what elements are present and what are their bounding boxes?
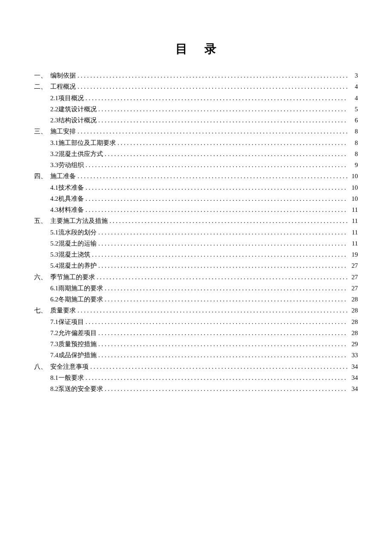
toc-entry-label: 成品保护措施	[58, 350, 97, 361]
toc-entry: 7.2 允许偏差项目28	[34, 327, 358, 338]
toc-entry-label: 质量预控措施	[58, 338, 97, 350]
toc-leader-dots	[86, 159, 348, 171]
toc-entry-label: 保证项目	[58, 316, 84, 327]
toc-entry: 7.3 质量预控措施29	[34, 338, 358, 350]
toc-entry-label: 季节施工的要求	[50, 272, 95, 283]
toc-entry-prefix: 8.2	[50, 383, 58, 394]
toc-entry-label: 工程概况	[50, 81, 76, 92]
toc-entry: 四、施工准备10	[34, 171, 358, 182]
toc-entry-page: 9	[349, 159, 358, 171]
toc-entry: 六、季节施工的要求27	[34, 272, 358, 283]
toc-entry-page: 11	[349, 215, 358, 226]
toc-entry-page: 27	[349, 260, 358, 271]
toc-entry: 5.3 混凝土浇筑19	[34, 249, 358, 260]
toc-leader-dots	[86, 193, 348, 204]
toc-entry-page: 10	[349, 171, 358, 182]
toc-entry: 5.1 流水段的划分11	[34, 227, 358, 238]
toc-entry: 2.3 结构设计概况6	[34, 115, 358, 126]
toc-entry-prefix: 7.4	[50, 350, 58, 361]
toc-entry-label: 安全注意事项	[50, 361, 89, 372]
toc-entry-label: 技术准备	[58, 182, 84, 193]
toc-entry-prefix: 2.2	[50, 104, 58, 115]
toc-entry: 7.4 成品保护措施33	[34, 350, 358, 361]
toc-entry: 8.2 泵送的安全要求34	[34, 383, 358, 394]
toc-entry-prefix: 3.2	[50, 148, 58, 159]
toc-entry-label: 施工准备	[50, 171, 76, 182]
page-title: 目录	[34, 38, 358, 59]
toc-entry-page: 19	[349, 249, 358, 260]
toc-entry-prefix: 2.3	[50, 115, 58, 126]
toc-entry-label: 施工部位及工期要求	[58, 137, 116, 148]
toc-leader-dots	[86, 92, 348, 104]
toc-entry-prefix: 五、	[34, 215, 50, 226]
toc-entry-prefix: 二、	[34, 81, 50, 92]
toc-entry-page: 4	[349, 92, 358, 104]
toc-entry: 8.1 一般要求34	[34, 372, 358, 383]
toc-entry-prefix: 3.1	[50, 137, 58, 148]
toc-entry-label: 劳动组织	[58, 159, 84, 171]
toc-entry: 4.2 机具准备10	[34, 193, 358, 204]
toc-entry-page: 5	[349, 104, 358, 115]
toc-entry-label: 编制依据	[50, 70, 76, 81]
toc-entry-prefix: 5.3	[50, 249, 58, 260]
toc-entry-page: 34	[349, 372, 358, 383]
toc-entry: 八、安全注意事项34	[34, 361, 358, 372]
toc-entry-prefix: 四、	[34, 171, 50, 182]
toc-entry-label: 材料准备	[58, 204, 84, 215]
toc-entry-page: 28	[349, 316, 358, 327]
toc-entry: 3.3 劳动组织9	[34, 159, 358, 171]
toc-entry-page: 28	[349, 327, 358, 338]
toc-entry-page: 34	[349, 383, 358, 394]
toc-entry-prefix: 八、	[34, 361, 50, 372]
toc-entry-prefix: 3.3	[50, 159, 58, 171]
toc-entry-prefix: 2.1	[50, 92, 58, 104]
toc-entry-label: 施工安排	[50, 126, 76, 137]
toc-entry-label: 机具准备	[58, 193, 84, 204]
toc-leader-dots	[105, 283, 348, 294]
toc-leader-dots	[98, 338, 348, 350]
toc-entry: 二、工程概况4	[34, 81, 358, 92]
toc-leader-dots	[110, 215, 348, 226]
toc-entry: 2.2 建筑设计概况5	[34, 104, 358, 115]
toc-entry-label: 混凝土供应方式	[58, 148, 103, 159]
toc-entry-page: 27	[349, 272, 358, 283]
toc-entry-page: 34	[349, 361, 358, 372]
toc-leader-dots	[86, 372, 348, 383]
toc-entry-page: 29	[349, 338, 358, 350]
toc-leader-dots	[78, 70, 348, 81]
toc-entry-label: 冬期施工的要求	[58, 294, 103, 305]
toc-entry: 3.1 施工部位及工期要求8	[34, 137, 358, 148]
table-of-contents: 一、编制依据3二、工程概况42.1 项目概况42.2 建筑设计概况52.3 结构…	[34, 70, 358, 394]
toc-leader-dots	[78, 126, 348, 137]
toc-entry-label: 结构设计概况	[58, 115, 97, 126]
toc-leader-dots	[105, 383, 348, 394]
toc-entry-label: 允许偏差项目	[58, 327, 97, 338]
toc-entry-label: 项目概况	[58, 92, 84, 104]
toc-entry-prefix: 一、	[34, 70, 50, 81]
toc-entry-page: 11	[349, 238, 358, 249]
toc-entry-page: 4	[349, 81, 358, 92]
toc-entry-prefix: 7.2	[50, 327, 58, 338]
toc-entry-prefix: 4.1	[50, 182, 58, 193]
toc-entry: 一、编制依据3	[34, 70, 358, 81]
toc-entry: 5.2 混凝土的运输11	[34, 238, 358, 249]
toc-entry: 五、主要施工方法及措施11	[34, 215, 358, 226]
toc-leader-dots	[78, 81, 348, 92]
toc-leader-dots	[86, 182, 348, 193]
toc-leader-dots	[98, 104, 348, 115]
toc-entry-page: 28	[349, 305, 358, 316]
toc-entry: 4.3 材料准备11	[34, 204, 358, 215]
toc-entry: 3.2 混凝土供应方式8	[34, 148, 358, 159]
toc-entry-label: 混凝土的养护	[58, 260, 97, 271]
toc-entry-prefix: 5.2	[50, 238, 58, 249]
toc-entry-label: 混凝土浇筑	[58, 249, 90, 260]
toc-entry-prefix: 4.3	[50, 204, 58, 215]
toc-entry: 5.4 混凝土的养护27	[34, 260, 358, 271]
toc-entry-page: 28	[349, 294, 358, 305]
toc-leader-dots	[90, 361, 348, 372]
toc-entry-prefix: 三、	[34, 126, 50, 137]
toc-entry-page: 8	[349, 148, 358, 159]
toc-entry-label: 一般要求	[58, 372, 84, 383]
toc-entry-page: 27	[349, 283, 358, 294]
toc-leader-dots	[98, 260, 348, 271]
